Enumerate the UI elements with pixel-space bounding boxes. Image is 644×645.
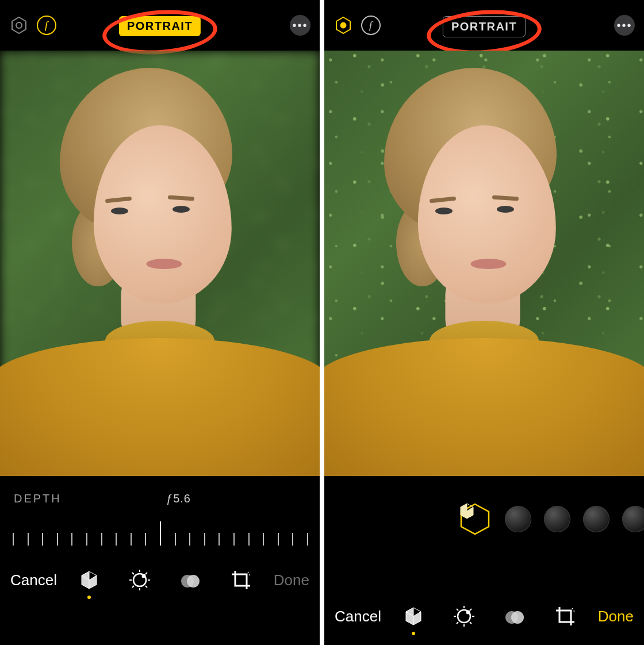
cancel-button[interactable]: Cancel — [10, 571, 57, 589]
crop-icon[interactable] — [229, 568, 253, 592]
portrait-mode-badge[interactable]: PORTRAIT — [119, 16, 201, 36]
cancel-button[interactable]: Cancel — [335, 608, 381, 625]
slider-tick — [278, 533, 279, 546]
done-button[interactable]: Done — [598, 608, 634, 625]
slider-tick — [28, 533, 29, 546]
depth-readout: DEPTH ƒ5.6 — [0, 476, 320, 510]
photo-preview[interactable] — [0, 51, 320, 476]
bottom-toolbar: Cancel — [0, 551, 320, 609]
filters-icon[interactable] — [503, 604, 527, 628]
lighting-picker[interactable] — [324, 487, 644, 551]
selected-dot — [412, 632, 415, 635]
svg-line-22 — [470, 609, 471, 611]
phone-left: ƒ PORTRAIT ••• DEPTH ƒ5.6 Cancel — [0, 0, 320, 645]
photo-preview[interactable] — [324, 51, 644, 476]
depth-slider[interactable] — [13, 517, 307, 551]
svg-line-21 — [470, 622, 471, 624]
svg-line-7 — [132, 573, 134, 574]
more-button[interactable]: ••• — [614, 15, 635, 36]
adjust-dial-icon[interactable] — [452, 604, 476, 628]
bottom-toolbar: Cancel — [324, 588, 644, 645]
slider-tick — [101, 533, 102, 546]
selected-dot — [87, 596, 91, 599]
slider-tick — [13, 533, 14, 546]
slider-tick — [204, 533, 205, 546]
slider-tick — [71, 533, 72, 546]
svg-point-0 — [16, 22, 22, 28]
lighting-option-selected[interactable] — [458, 502, 492, 536]
slider-tick — [218, 533, 220, 546]
lighting-option[interactable] — [583, 506, 610, 532]
slider-tick — [57, 533, 58, 546]
slider-tick — [233, 533, 235, 546]
lighting-option[interactable] — [622, 506, 644, 532]
slider-tick — [263, 533, 264, 546]
lighting-option[interactable] — [505, 506, 531, 532]
top-bar: ƒ PORTRAIT ••• — [0, 0, 320, 51]
portrait-cube-icon[interactable] — [401, 604, 425, 628]
svg-point-25 — [511, 611, 524, 624]
portrait-cube-icon[interactable] — [77, 568, 101, 592]
portrait-mode-badge[interactable]: PORTRAIT — [443, 16, 526, 37]
lighting-option[interactable] — [544, 506, 570, 532]
slider-tick — [160, 521, 161, 546]
filters-icon[interactable] — [178, 568, 202, 592]
svg-point-2 — [142, 574, 146, 578]
more-button[interactable]: ••• — [290, 15, 310, 36]
phone-right: ƒ PORTRAIT ••• — [324, 0, 644, 645]
done-button[interactable]: Done — [274, 571, 309, 589]
hexagon-lighting-icon[interactable] — [334, 16, 353, 35]
top-bar: ƒ PORTRAIT ••• — [324, 0, 644, 51]
depth-value: ƒ5.6 — [166, 492, 191, 505]
svg-point-12 — [187, 575, 200, 588]
svg-line-23 — [457, 622, 458, 624]
svg-line-20 — [457, 609, 458, 611]
slider-tick — [131, 533, 132, 546]
svg-point-15 — [466, 611, 470, 615]
svg-line-8 — [145, 586, 147, 588]
svg-line-10 — [132, 586, 134, 588]
slider-tick — [175, 533, 176, 546]
svg-line-9 — [145, 573, 147, 574]
slider-tick — [145, 533, 146, 546]
slider-tick — [292, 533, 293, 546]
slider-tick — [86, 533, 87, 546]
crop-icon[interactable] — [553, 604, 577, 628]
slider-tick — [116, 533, 117, 546]
svg-point-13 — [340, 22, 346, 28]
slider-tick — [307, 533, 308, 546]
adjust-dial-icon[interactable] — [128, 568, 152, 592]
slider-tick — [248, 533, 250, 546]
aperture-f-icon[interactable]: ƒ — [37, 16, 56, 35]
depth-label: DEPTH — [14, 492, 62, 505]
hexagon-lighting-icon[interactable] — [9, 16, 29, 35]
aperture-f-icon[interactable]: ƒ — [361, 16, 381, 35]
slider-tick — [189, 533, 190, 546]
slider-tick — [42, 533, 43, 546]
